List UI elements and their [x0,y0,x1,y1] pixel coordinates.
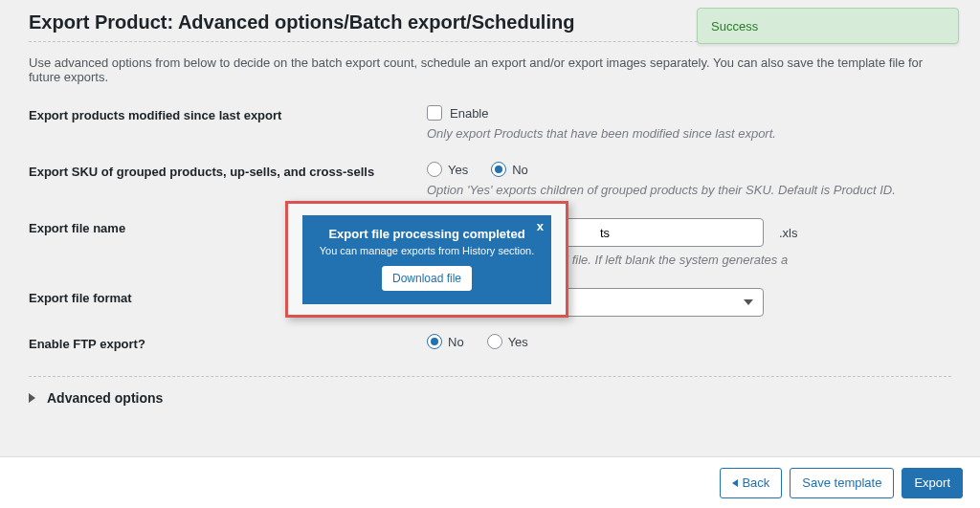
checkbox-enable-label: Enable [450,106,488,121]
export-button-label: Export [914,475,950,490]
hint-sku-grouped: Option 'Yes' exports children of grouped… [427,183,951,197]
export-complete-modal: x Export file processing completed You c… [302,215,551,304]
close-icon[interactable]: x [537,219,544,233]
radio-ftp-yes[interactable] [487,334,502,349]
label-sku-grouped: Export SKU of grouped products, up-sells… [29,162,427,197]
modal-subtitle: You can manage exports from History sect… [312,245,542,256]
download-file-button[interactable]: Download file [382,266,472,291]
radio-ftp-no[interactable] [427,334,442,349]
checkbox-enable-modified[interactable] [427,105,442,121]
radio-sku-no-label: No [512,163,528,177]
row-modified-since: Export products modified since last expo… [29,105,951,162]
save-template-button[interactable]: Save template [790,468,894,498]
chevron-down-icon [744,299,753,305]
radio-sku-yes-label: Yes [448,163,468,177]
back-button[interactable]: Back [720,468,782,498]
chevron-right-icon [29,393,35,403]
chevron-left-icon [732,479,738,487]
save-template-label: Save template [802,475,881,490]
page-description: Use advanced options from below to decid… [29,55,951,84]
radio-ftp-no-label: No [448,335,464,349]
footer-bar: Back Save template Export [0,456,980,508]
hint-modified-since: Only export Products that have been modi… [427,126,951,141]
row-ftp: Enable FTP export? No Yes [29,334,951,376]
radio-sku-yes[interactable] [427,162,442,177]
export-button[interactable]: Export [902,468,963,498]
advanced-options-label: Advanced options [47,390,163,406]
modal-highlight: x Export file processing completed You c… [285,201,568,318]
label-modified-since: Export products modified since last expo… [29,105,427,141]
modal-title: Export file processing completed [312,227,542,241]
success-toast-text: Success [711,19,758,33]
radio-ftp-yes-label: Yes [508,335,528,349]
success-toast: Success [697,8,959,44]
radio-sku-no[interactable] [491,162,506,177]
advanced-options-toggle[interactable]: Advanced options [29,376,951,419]
file-ext: .xls [779,226,798,240]
label-ftp: Enable FTP export? [29,334,427,351]
back-button-label: Back [742,475,769,490]
